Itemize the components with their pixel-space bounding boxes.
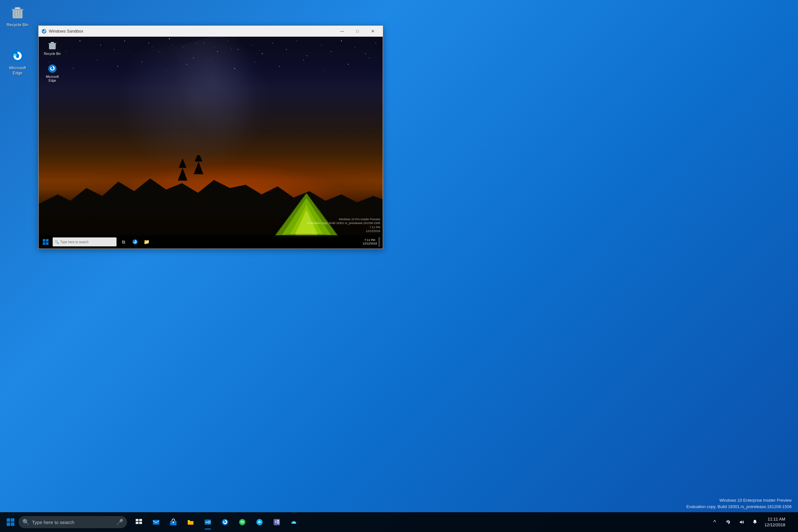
- volume-icon[interactable]: [736, 516, 747, 528]
- taskbar-search-placeholder: Type here to search: [32, 519, 74, 525]
- microphone-icon[interactable]: 🎤: [116, 518, 123, 526]
- skype-button[interactable]: S: [251, 514, 267, 530]
- svg-point-29: [307, 56, 307, 56]
- inner-taskbar-icons: ⧉ 📁: [118, 237, 152, 247]
- desktop-icon-recycle-bin[interactable]: Recycle Bin: [3, 3, 32, 29]
- inner-recycle-bin-label: Recycle Bin: [44, 52, 61, 56]
- close-button[interactable]: ✕: [365, 26, 380, 36]
- watermark-time: 7:11 PM: [307, 225, 380, 229]
- svg-point-95: [277, 520, 279, 522]
- taskbar-pinned-apps: O S: [131, 514, 302, 530]
- teams-button[interactable]: T: [269, 514, 285, 530]
- task-view-button[interactable]: [131, 514, 147, 530]
- svg-point-11: [100, 45, 101, 46]
- inner-system-tray: 7:11 PM 12/12/2018: [363, 237, 381, 247]
- inner-file-explorer[interactable]: 📁: [141, 237, 152, 247]
- svg-point-32: [341, 40, 342, 41]
- svg-point-9: [79, 40, 80, 41]
- show-hidden-icons[interactable]: ^: [709, 516, 720, 528]
- outlook-button[interactable]: O: [200, 514, 216, 530]
- inner-recycle-bin-img: [46, 40, 58, 51]
- sandbox-title-text: Windows Sandbox: [49, 29, 335, 34]
- svg-point-37: [73, 68, 73, 69]
- svg-rect-77: [136, 519, 138, 521]
- show-desktop-button[interactable]: [789, 514, 794, 530]
- inner-edge-img: [46, 63, 58, 74]
- sandbox-title-icon: [41, 28, 47, 34]
- edge-button[interactable]: [217, 514, 233, 530]
- system-tray: ^ 11:11 AM 12/12/2018: [709, 514, 795, 530]
- svg-point-34: [365, 53, 366, 54]
- minimize-button[interactable]: —: [335, 26, 349, 36]
- system-clock[interactable]: 11:11 AM 12/12/2018: [763, 516, 787, 528]
- inner-tray-time: 7:11 PM 12/12/2018: [363, 239, 377, 245]
- os-watermark: Windows 10 Enterprise Insider Preview Ev…: [686, 497, 792, 510]
- taskbar-search-bar[interactable]: 🔍 Type here to search 🎤: [19, 516, 127, 528]
- svg-point-13: [124, 40, 125, 41]
- sandbox-window: Windows Sandbox — □ ✕: [38, 25, 383, 249]
- svg-rect-69: [46, 239, 49, 242]
- start-button[interactable]: [3, 514, 19, 530]
- inner-edge-icon[interactable]: Microsoft Edge: [41, 62, 63, 83]
- inner-search-placeholder: Type here to search: [60, 240, 89, 244]
- os-watermark-line1: Windows 10 Enterprise Insider Preview: [686, 497, 792, 504]
- svg-rect-83: [173, 522, 174, 523]
- edge-label: Microsoft Edge: [4, 65, 31, 75]
- svg-rect-70: [43, 242, 45, 245]
- os-watermark-line2: Evaluation copy. Build 18301.rs_prerelea…: [686, 504, 792, 510]
- network-icon[interactable]: [722, 516, 734, 528]
- svg-rect-75: [7, 522, 10, 526]
- maximize-button[interactable]: □: [350, 26, 365, 36]
- svg-point-31: [331, 51, 331, 52]
- svg-rect-79: [136, 522, 138, 524]
- file-explorer-button[interactable]: [183, 514, 198, 530]
- inner-start-button[interactable]: [40, 236, 51, 248]
- svg-rect-74: [11, 518, 14, 522]
- svg-point-33: [355, 47, 356, 48]
- svg-point-8: [66, 51, 66, 52]
- svg-rect-78: [139, 519, 142, 521]
- watermark-line2: Evaluation copy. Build 18301.rs_prerelea…: [307, 221, 380, 225]
- inner-show-desktop[interactable]: [378, 237, 380, 247]
- svg-rect-80: [139, 522, 142, 524]
- inner-task-view[interactable]: ⧉: [118, 237, 129, 247]
- svg-point-5: [11, 50, 24, 62]
- edge-icon: [9, 48, 26, 64]
- svg-rect-73: [7, 518, 10, 522]
- svg-point-30: [321, 45, 321, 45]
- inner-edge-label: Microsoft Edge: [42, 75, 63, 83]
- svg-point-35: [376, 43, 376, 43]
- svg-rect-68: [43, 239, 45, 242]
- svg-point-50: [369, 58, 369, 58]
- svg-point-10: [90, 53, 90, 54]
- recycle-bin-icon: [9, 4, 26, 21]
- svg-rect-1: [12, 9, 23, 10]
- svg-point-87: [208, 521, 210, 523]
- window-controls: — □ ✕: [335, 26, 380, 36]
- inner-taskbar: 🔍 Type here to search ⧉ 📁 7:11: [39, 235, 383, 249]
- svg-rect-63: [49, 43, 56, 44]
- search-icon: 🔍: [22, 518, 30, 526]
- svg-rect-76: [11, 522, 14, 526]
- night-sky-wallpaper: Windows 10 Pro Insider Preview Evaluatio…: [39, 37, 383, 249]
- store-button[interactable]: [165, 514, 181, 530]
- inner-recycle-bin-icon[interactable]: Recycle Bin: [41, 39, 63, 56]
- inner-search-bar[interactable]: 🔍 Type here to search: [53, 238, 116, 246]
- svg-rect-81: [153, 520, 159, 525]
- mail-button[interactable]: [148, 514, 164, 530]
- clock-date: 12/12/2018: [764, 522, 785, 528]
- sandbox-watermark: Windows 10 Pro Insider Preview Evaluatio…: [307, 217, 380, 233]
- svg-text:T: T: [275, 520, 277, 524]
- desktop-icon-edge[interactable]: Microsoft Edge: [3, 46, 32, 77]
- notification-icon[interactable]: [749, 516, 761, 528]
- watermark-line1: Windows 10 Pro Insider Preview: [307, 217, 380, 222]
- watermark-date: 12/12/2018: [307, 229, 380, 233]
- svg-text:S: S: [259, 521, 261, 524]
- spotify-button[interactable]: [234, 514, 250, 530]
- tree-silhouette: [176, 155, 214, 212]
- onedrive-button[interactable]: [286, 514, 302, 530]
- svg-point-72: [132, 239, 137, 245]
- recycle-bin-label: Recycle Bin: [7, 22, 29, 27]
- sandbox-titlebar: Windows Sandbox — □ ✕: [39, 26, 383, 37]
- inner-edge-taskbar[interactable]: [130, 237, 140, 247]
